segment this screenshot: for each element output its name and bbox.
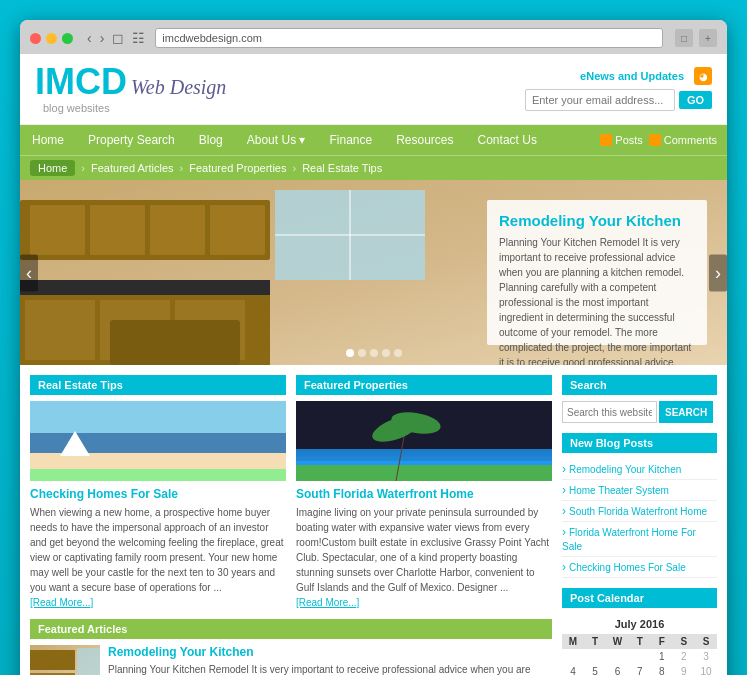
calendar-header: Post Calendar bbox=[562, 588, 717, 608]
featured-articles-text-area: Remodeling Your Kitchen Planning Your Ki… bbox=[108, 645, 552, 675]
real-estate-post-title[interactable]: Checking Homes For Sale bbox=[30, 487, 286, 501]
dot-green[interactable] bbox=[62, 33, 73, 44]
breadcrumb-sep-1: › bbox=[81, 162, 85, 174]
list-item: Checking Homes For Sale bbox=[562, 557, 717, 578]
featured-properties-thumb bbox=[296, 401, 552, 481]
calendar-section: Post Calendar July 2016 M T W T F S S bbox=[562, 588, 717, 675]
hero-next-button[interactable]: › bbox=[709, 254, 727, 291]
dot-yellow[interactable] bbox=[46, 33, 57, 44]
rss-comments-icon bbox=[649, 134, 661, 146]
svg-rect-27 bbox=[30, 650, 75, 670]
posts-label: Posts bbox=[615, 134, 643, 146]
hero-text: Planning Your Kitchen Remodel It is very… bbox=[499, 235, 695, 365]
real-estate-tips-section: Real Estate Tips Checking Homes For Sale… bbox=[30, 375, 286, 609]
browser-dots bbox=[30, 33, 73, 44]
grid-button[interactable]: ☷ bbox=[130, 30, 147, 46]
search-header: Search bbox=[562, 375, 717, 395]
post-link-5[interactable]: Checking Homes For Sale bbox=[569, 562, 686, 573]
post-link-2[interactable]: Home Theater System bbox=[569, 485, 669, 496]
posts-feed[interactable]: Posts bbox=[600, 134, 643, 146]
browser-window: ‹ › ◻ ☷ □ + IMCD Web Design blog website… bbox=[20, 20, 727, 675]
new-posts-header: New Blog Posts bbox=[562, 433, 717, 453]
real-estate-read-more[interactable]: [Read More...] bbox=[30, 597, 93, 608]
post-link-3[interactable]: South Florida Waterfront Home bbox=[569, 506, 707, 517]
logo-imcd: IMCD bbox=[35, 64, 127, 100]
hero-dot-5[interactable] bbox=[394, 349, 402, 357]
cal-week-2: 4567 8910 bbox=[562, 664, 717, 675]
hero-dot-4[interactable] bbox=[382, 349, 390, 357]
search-section: Search SEARCH bbox=[562, 375, 717, 423]
dot-red[interactable] bbox=[30, 33, 41, 44]
nav-resources[interactable]: Resources bbox=[384, 125, 465, 155]
breadcrumb-home[interactable]: Home bbox=[30, 160, 75, 176]
cal-header-w: W bbox=[606, 634, 629, 649]
hero-dot-1[interactable] bbox=[346, 349, 354, 357]
real-estate-thumb bbox=[30, 401, 286, 481]
new-posts-list: Remodeling Your Kitchen Home Theater Sys… bbox=[562, 459, 717, 578]
site-nav: Home Property Search Blog About Us ▾ Fin… bbox=[20, 125, 727, 155]
browser-chrome: ‹ › ◻ ☷ □ + bbox=[20, 20, 727, 54]
back-button[interactable]: ‹ bbox=[85, 30, 94, 46]
breadcrumb-sep-3: › bbox=[292, 162, 296, 174]
svg-rect-21 bbox=[296, 449, 552, 465]
nav-finance[interactable]: Finance bbox=[317, 125, 384, 155]
svg-rect-6 bbox=[20, 280, 270, 295]
calendar-month: July 2016 bbox=[562, 614, 717, 634]
featured-articles-header: Featured Articles bbox=[30, 619, 552, 639]
enews-label: eNews and Updates bbox=[580, 70, 684, 82]
share-icon[interactable]: □ bbox=[675, 29, 693, 47]
featured-articles-thumb bbox=[30, 645, 100, 675]
featured-articles-post-title[interactable]: Remodeling Your Kitchen bbox=[108, 645, 552, 659]
cal-week-1: 123 bbox=[562, 649, 717, 664]
real-estate-post-text: When viewing a new home, a prospective h… bbox=[30, 505, 286, 595]
featured-properties-post-title[interactable]: South Florida Waterfront Home bbox=[296, 487, 552, 501]
sidebar: Search SEARCH New Blog Posts Remodeling … bbox=[562, 375, 717, 675]
nav-home[interactable]: Home bbox=[20, 125, 76, 155]
hero-prev-button[interactable]: ‹ bbox=[20, 254, 38, 291]
hero-dot-3[interactable] bbox=[370, 349, 378, 357]
comments-feed[interactable]: Comments bbox=[649, 134, 717, 146]
svg-rect-14 bbox=[110, 320, 240, 365]
featured-properties-read-more[interactable]: [Read More...] bbox=[296, 597, 359, 608]
real-estate-header: Real Estate Tips bbox=[30, 375, 286, 395]
rss-icon: ◕ bbox=[694, 67, 712, 85]
forward-button[interactable]: › bbox=[98, 30, 107, 46]
cal-header-th: T bbox=[629, 634, 651, 649]
breadcrumb-featured-articles[interactable]: Featured Articles bbox=[91, 162, 174, 174]
featured-articles-post: Remodeling Your Kitchen Planning Your Ki… bbox=[30, 645, 552, 675]
logo-area: IMCD Web Design blog websites bbox=[35, 64, 226, 114]
cal-header-f: F bbox=[651, 634, 673, 649]
search-input[interactable] bbox=[562, 401, 657, 423]
plus-icon[interactable]: + bbox=[699, 29, 717, 47]
list-item: Florida Waterfront Home For Sale bbox=[562, 522, 717, 557]
svg-rect-5 bbox=[210, 205, 265, 255]
browser-nav: ‹ › ◻ ☷ bbox=[85, 30, 147, 46]
svg-rect-3 bbox=[90, 205, 145, 255]
breadcrumb-featured-properties[interactable]: Featured Properties bbox=[189, 162, 286, 174]
svg-rect-2 bbox=[30, 205, 85, 255]
nav-about-us[interactable]: About Us ▾ bbox=[235, 125, 318, 155]
breadcrumb-real-estate-tips[interactable]: Real Estate Tips bbox=[302, 162, 382, 174]
hero-caption: Remodeling Your Kitchen Planning Your Ki… bbox=[487, 200, 707, 345]
svg-rect-8 bbox=[25, 300, 95, 360]
go-button[interactable]: GO bbox=[679, 91, 712, 109]
featured-properties-post-text: Imagine living on your private peninsula… bbox=[296, 505, 552, 595]
post-link-4[interactable]: Florida Waterfront Home For Sale bbox=[562, 527, 696, 552]
post-link-1[interactable]: Remodeling Your Kitchen bbox=[569, 464, 681, 475]
nav-property-search[interactable]: Property Search bbox=[76, 125, 187, 155]
browser-actions: □ + bbox=[675, 29, 717, 47]
search-button[interactable]: SEARCH bbox=[659, 401, 713, 423]
view-button[interactable]: ◻ bbox=[110, 30, 126, 46]
cal-header-s: S bbox=[673, 634, 695, 649]
list-item: Home Theater System bbox=[562, 480, 717, 501]
featured-articles-post-text: Planning Your Kitchen Remodel It is very… bbox=[108, 662, 552, 675]
nav-blog[interactable]: Blog bbox=[187, 125, 235, 155]
cal-header-t: T bbox=[584, 634, 606, 649]
email-field[interactable] bbox=[525, 89, 675, 111]
hero-dot-2[interactable] bbox=[358, 349, 366, 357]
address-bar[interactable] bbox=[155, 28, 663, 48]
nav-contact-us[interactable]: Contact Us bbox=[466, 125, 549, 155]
list-item: South Florida Waterfront Home bbox=[562, 501, 717, 522]
comments-label: Comments bbox=[664, 134, 717, 146]
hero-dots bbox=[346, 349, 402, 357]
